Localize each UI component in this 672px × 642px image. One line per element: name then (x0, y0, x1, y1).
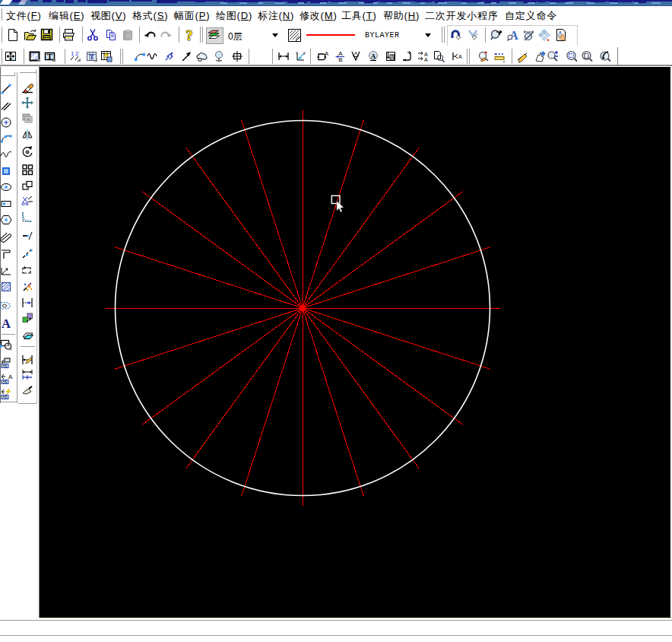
svg-text:A: A (354, 51, 357, 56)
svg-text:T: T (47, 52, 53, 61)
svg-text:2: 2 (75, 50, 79, 57)
svg-text:H6: H6 (3, 396, 8, 399)
svg-text:T: T (89, 53, 94, 61)
svg-text:1: 1 (71, 50, 74, 57)
svg-text:A: A (2, 316, 11, 331)
svg-text:A: A (8, 373, 13, 380)
svg-text:A: A (424, 57, 428, 62)
svg-text:A: A (424, 52, 428, 57)
svg-text:?: ? (186, 28, 193, 43)
svg-text:A: A (391, 54, 395, 59)
svg-text:B: B (338, 56, 342, 63)
svg-text:x: x (296, 50, 298, 55)
svg-text:A: A (371, 52, 376, 60)
svg-text:H6: H6 (3, 364, 8, 368)
svg-text:A: A (458, 54, 462, 59)
svg-text:y: y (303, 50, 306, 55)
svg-text:H6: H6 (3, 380, 8, 384)
svg-text:A: A (325, 50, 328, 57)
